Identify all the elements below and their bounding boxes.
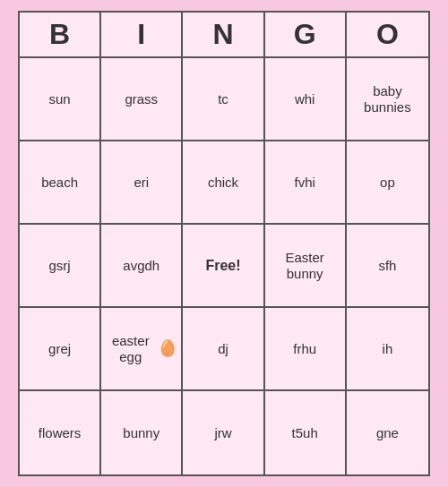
cell-r4c4[interactable]: frhu bbox=[265, 308, 347, 391]
header-b: B bbox=[20, 13, 101, 56]
header-i: I bbox=[101, 13, 183, 56]
bingo-header: B I N G O bbox=[20, 13, 428, 58]
cell-r3c1[interactable]: gsrj bbox=[20, 225, 101, 308]
cell-r2c4[interactable]: fvhi bbox=[265, 141, 347, 225]
cell-r3c2[interactable]: avgdh bbox=[101, 225, 183, 308]
cell-r4c2-easter-egg[interactable]: easter egg 🥚 bbox=[101, 308, 183, 391]
cell-r5c5[interactable]: gne bbox=[347, 391, 428, 474]
header-g: G bbox=[265, 13, 347, 56]
cell-r3c4[interactable]: Easter bunny bbox=[265, 225, 347, 308]
cell-r1c5[interactable]: baby bunnies bbox=[347, 58, 428, 141]
cell-r2c3[interactable]: chick bbox=[183, 141, 264, 225]
cell-r5c2[interactable]: bunny bbox=[101, 391, 183, 474]
cell-r1c2[interactable]: grass bbox=[101, 58, 183, 141]
cell-r5c3[interactable]: jrw bbox=[183, 391, 264, 474]
cell-r3c3-free[interactable]: Free! bbox=[183, 225, 264, 308]
header-n: N bbox=[183, 13, 264, 56]
cell-r4c5[interactable]: ih bbox=[347, 308, 428, 391]
cell-r2c1[interactable]: beach bbox=[20, 141, 101, 225]
cell-r4c1[interactable]: grej bbox=[20, 308, 101, 391]
header-o: O bbox=[347, 13, 428, 56]
easter-egg-label: easter egg bbox=[105, 333, 156, 365]
cell-r3c5[interactable]: sfh bbox=[347, 225, 428, 308]
cell-r1c3[interactable]: tc bbox=[183, 58, 264, 141]
cell-r4c3[interactable]: dj bbox=[183, 308, 264, 391]
cell-r5c1[interactable]: flowers bbox=[20, 391, 101, 474]
cell-r5c4[interactable]: t5uh bbox=[265, 391, 347, 474]
bingo-grid: sun grass tc whi baby bunnies beach eri … bbox=[20, 58, 428, 474]
cell-r1c4[interactable]: whi bbox=[265, 58, 347, 141]
cell-r1c1[interactable]: sun bbox=[20, 58, 101, 141]
bingo-card: B I N G O sun grass tc whi baby bunnies … bbox=[18, 11, 430, 476]
egg-icon: 🥚 bbox=[158, 339, 177, 359]
cell-r2c2[interactable]: eri bbox=[101, 141, 183, 225]
cell-r2c5[interactable]: op bbox=[347, 141, 428, 225]
